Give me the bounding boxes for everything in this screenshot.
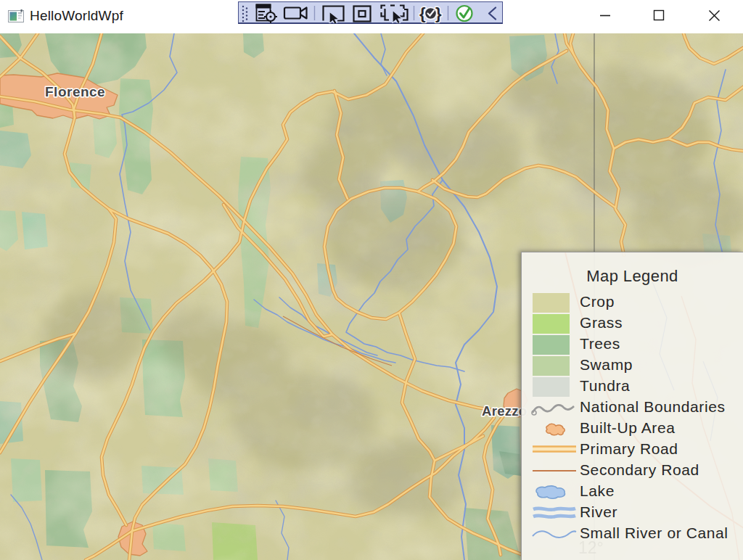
- svg-text:Florence: Florence: [45, 84, 105, 99]
